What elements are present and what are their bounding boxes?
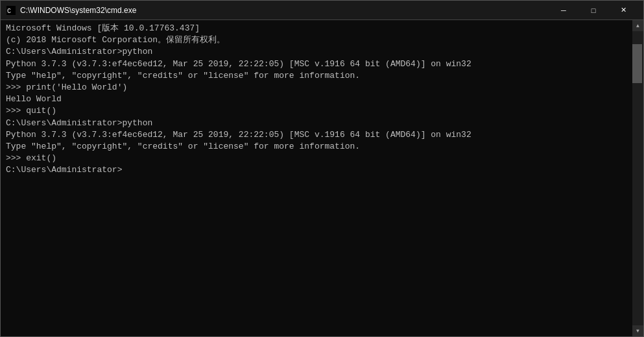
maximize-button[interactable]: □ xyxy=(578,1,608,20)
scroll-up-arrow[interactable]: ▲ xyxy=(632,20,643,31)
scrollbar[interactable]: ▲ ▼ xyxy=(632,20,643,336)
terminal-line: Hello World xyxy=(6,94,627,105)
window-title: C:\WINDOWS\system32\cmd.exe xyxy=(20,6,549,15)
minimize-button[interactable]: ─ xyxy=(549,1,578,20)
scrollbar-thumb[interactable] xyxy=(632,44,642,83)
terminal-line: Type "help", "copyright", "credits" or "… xyxy=(6,70,627,82)
terminal-line: (c) 2018 Microsoft Corporation。保留所有权利。 xyxy=(6,34,627,46)
terminal-body: Microsoft Windows [版本 10.0.17763.437](c)… xyxy=(1,20,643,336)
cmd-icon: C xyxy=(6,5,16,16)
terminal-line: Python 3.7.3 (v3.7.3:ef4ec6ed12, Mar 25 … xyxy=(6,58,627,70)
close-button[interactable]: ✕ xyxy=(608,1,638,20)
terminal-line: C:\Users\Administrator>python xyxy=(6,46,627,58)
terminal-line: Microsoft Windows [版本 10.0.17763.437] xyxy=(6,23,627,34)
scroll-down-arrow[interactable]: ▼ xyxy=(632,325,643,336)
window-controls: ─ □ ✕ xyxy=(549,1,638,20)
terminal-line: >>> quit() xyxy=(6,105,627,117)
terminal-content[interactable]: Microsoft Windows [版本 10.0.17763.437](c)… xyxy=(1,20,632,336)
terminal-line: C:\Users\Administrator>python xyxy=(6,118,627,129)
terminal-line: Python 3.7.3 (v3.7.3:ef4ec6ed12, Mar 25 … xyxy=(6,129,627,141)
cmd-window: C C:\WINDOWS\system32\cmd.exe ─ □ ✕ Micr… xyxy=(0,0,644,337)
terminal-line: >>> exit() xyxy=(6,153,627,164)
titlebar: C C:\WINDOWS\system32\cmd.exe ─ □ ✕ xyxy=(1,1,643,20)
terminal-line: Type "help", "copyright", "credits" or "… xyxy=(6,141,627,153)
scrollbar-track[interactable] xyxy=(632,31,643,325)
terminal-line: C:\Users\Administrator> xyxy=(6,164,627,176)
terminal-line: >>> print('Hello World') xyxy=(6,82,627,94)
svg-text:C: C xyxy=(7,8,11,15)
